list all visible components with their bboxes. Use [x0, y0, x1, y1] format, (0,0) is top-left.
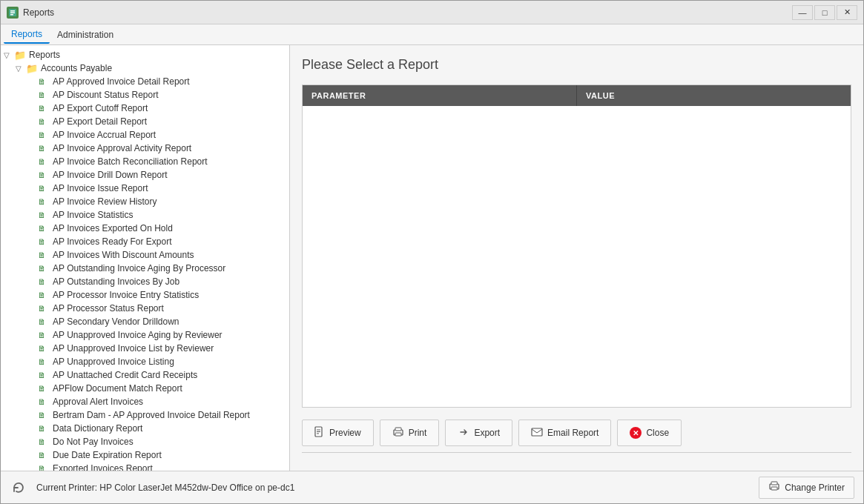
- tree-item-20[interactable]: 🗎 AP Unapproved Invoice List by Reviewer: [1, 342, 289, 355]
- svg-rect-11: [532, 428, 542, 436]
- tree-item-16[interactable]: 🗎 AP Processor Invoice Entry Statistics: [1, 288, 289, 302]
- app-icon: [7, 7, 19, 19]
- svg-rect-9: [395, 428, 401, 431]
- doc-icon-7: 🗎: [38, 170, 50, 180]
- tree-item-11[interactable]: 🗎 AP Invoices Exported On Hold: [1, 222, 289, 235]
- tree-item-13[interactable]: 🗎 AP Invoices With Discount Amounts: [1, 248, 289, 262]
- tree-item-7[interactable]: 🗎 AP Invoice Drill Down Report: [1, 168, 289, 182]
- tree-item-28[interactable]: 🗎 Due Date Expiration Report: [1, 448, 289, 462]
- close-button[interactable]: ✕ Close: [617, 420, 682, 446]
- doc-icon-29: 🗎: [38, 463, 50, 471]
- doc-icon-15: 🗎: [38, 276, 50, 287]
- preview-icon: [314, 426, 325, 440]
- tree-container[interactable]: ▽ 📁 Reports ▽ 📁 Accounts Payable 🗎 AP Ap…: [1, 45, 289, 471]
- print-label: Print: [409, 428, 427, 438]
- svg-rect-3: [10, 14, 13, 16]
- tree-accounts-payable[interactable]: ▽ 📁 Accounts Payable: [1, 62, 289, 75]
- maximize-button[interactable]: □: [814, 5, 835, 20]
- col-header-parameter: PARAMETER: [303, 85, 577, 106]
- tree-item-18[interactable]: 🗎 AP Secondary Vendor Drilldown: [1, 315, 289, 328]
- tree-item-29[interactable]: 🗎 Exported Invoices Report: [1, 462, 289, 471]
- close-label: Close: [646, 428, 669, 438]
- doc-icon-8: 🗎: [38, 183, 50, 193]
- tree-item-14[interactable]: 🗎 AP Outstanding Invoice Aging By Proces…: [1, 262, 289, 275]
- tree-item-12[interactable]: 🗎 AP Invoices Ready For Export: [1, 235, 289, 248]
- export-button[interactable]: Export: [445, 420, 512, 446]
- root-folder-icon: 📁: [14, 50, 26, 60]
- tree-item-2[interactable]: 🗎 AP Export Cutoff Report: [1, 102, 289, 115]
- doc-icon-28: 🗎: [38, 450, 50, 460]
- action-buttons: Preview Print: [302, 420, 851, 446]
- doc-icon-19: 🗎: [38, 330, 50, 340]
- tree-item-label-13: AP Invoices With Discount Amounts: [53, 250, 194, 260]
- tree-item-label-5: AP Invoice Approval Activity Report: [53, 143, 191, 153]
- menu-item-reports[interactable]: Reports: [4, 26, 50, 44]
- tree-item-label-23: APFlow Document Match Report: [53, 383, 182, 394]
- tree-item-6[interactable]: 🗎 AP Invoice Batch Reconciliation Report: [1, 155, 289, 168]
- tree-root[interactable]: ▽ 📁 Reports: [1, 48, 289, 62]
- tree-item-9[interactable]: 🗎 AP Invoice Review History: [1, 195, 289, 208]
- change-printer-label: Change Printer: [785, 483, 845, 493]
- tree-item-22[interactable]: 🗎 AP Unattached Credit Card Receipts: [1, 368, 289, 382]
- left-panel: ▽ 📁 Reports ▽ 📁 Accounts Payable 🗎 AP Ap…: [1, 45, 290, 471]
- doc-icon-4: 🗎: [38, 130, 50, 140]
- email-report-button[interactable]: Email Report: [518, 420, 611, 446]
- col-header-value: VALUE: [577, 85, 851, 106]
- tree-item-4[interactable]: 🗎 AP Invoice Accrual Report: [1, 128, 289, 142]
- export-label: Export: [474, 428, 500, 438]
- tree-item-label-24: Approval Alert Invoices: [53, 397, 143, 407]
- tree-item-0[interactable]: 🗎 AP Approved Invoice Detail Report: [1, 75, 289, 88]
- close-icon: ✕: [630, 427, 642, 439]
- doc-icon-13: 🗎: [38, 250, 50, 260]
- tree-item-17[interactable]: 🗎 AP Processor Status Report: [1, 302, 289, 315]
- tree-item-label-2: AP Export Cutoff Report: [53, 103, 148, 113]
- doc-icon-6: 🗎: [38, 156, 50, 167]
- tree-item-label-28: Due Date Expiration Report: [53, 450, 162, 460]
- tree-item-label-20: AP Unapproved Invoice List by Reviewer: [53, 343, 214, 354]
- root-arrow: ▽: [4, 51, 14, 59]
- table-header: PARAMETER VALUE: [303, 85, 851, 106]
- menu-item-administration[interactable]: Administration: [50, 27, 121, 43]
- minimize-button[interactable]: —: [792, 5, 813, 20]
- tree-item-23[interactable]: 🗎 APFlow Document Match Report: [1, 382, 289, 395]
- tree-item-label-4: AP Invoice Accrual Report: [53, 130, 156, 140]
- tree-item-label-9: AP Invoice Review History: [53, 196, 157, 207]
- tree-item-1[interactable]: 🗎 AP Discount Status Report: [1, 88, 289, 102]
- doc-icon-12: 🗎: [38, 236, 50, 247]
- status-bar: Current Printer: HP Color LaserJet M452d…: [1, 471, 863, 503]
- print-button[interactable]: Print: [380, 420, 440, 446]
- svg-rect-1: [10, 10, 15, 12]
- tree-item-label-0: AP Approved Invoice Detail Report: [53, 76, 190, 87]
- tree-item-label-14: AP Outstanding Invoice Aging By Processo…: [53, 263, 225, 273]
- doc-icon-0: 🗎: [38, 76, 50, 87]
- svg-rect-13: [771, 482, 777, 485]
- doc-icon-3: 🗎: [38, 116, 50, 127]
- printer-button-icon: [768, 481, 780, 494]
- content-area: ▽ 📁 Reports ▽ 📁 Accounts Payable 🗎 AP Ap…: [1, 45, 863, 471]
- doc-icon-11: 🗎: [38, 223, 50, 233]
- tree-item-25[interactable]: 🗎 Bertram Dam - AP Approved Invoice Deta…: [1, 408, 289, 422]
- tree-item-27[interactable]: 🗎 Do Not Pay Invoices: [1, 435, 289, 448]
- table-body: [303, 106, 851, 407]
- preview-button[interactable]: Preview: [302, 420, 374, 446]
- email-icon: [531, 428, 543, 439]
- tree-item-26[interactable]: 🗎 Data Dictionary Report: [1, 422, 289, 435]
- change-printer-button[interactable]: Change Printer: [759, 477, 854, 499]
- doc-icon-18: 🗎: [38, 316, 50, 327]
- doc-icon-9: 🗎: [38, 196, 50, 207]
- refresh-button[interactable]: [10, 479, 27, 497]
- tree-item-19[interactable]: 🗎 AP Unapproved Invoice Aging by Reviewe…: [1, 328, 289, 342]
- tree-item-21[interactable]: 🗎 AP Unapproved Invoice Listing: [1, 355, 289, 368]
- tree-item-label-15: AP Outstanding Invoices By Job: [53, 276, 179, 287]
- printer-info: Current Printer: HP Color LaserJet M452d…: [36, 483, 750, 493]
- close-window-button[interactable]: ✕: [837, 5, 857, 20]
- svg-rect-2: [10, 12, 15, 13]
- tree-item-3[interactable]: 🗎 AP Export Detail Report: [1, 115, 289, 128]
- tree-item-15[interactable]: 🗎 AP Outstanding Invoices By Job: [1, 275, 289, 288]
- tree-item-5[interactable]: 🗎 AP Invoice Approval Activity Report: [1, 142, 289, 155]
- tree-item-10[interactable]: 🗎 AP Invoice Statistics: [1, 208, 289, 222]
- tree-item-24[interactable]: 🗎 Approval Alert Invoices: [1, 395, 289, 408]
- preview-label: Preview: [329, 428, 361, 438]
- tree-item-8[interactable]: 🗎 AP Invoice Issue Report: [1, 182, 289, 195]
- tree-item-label-6: AP Invoice Batch Reconciliation Report: [53, 156, 208, 167]
